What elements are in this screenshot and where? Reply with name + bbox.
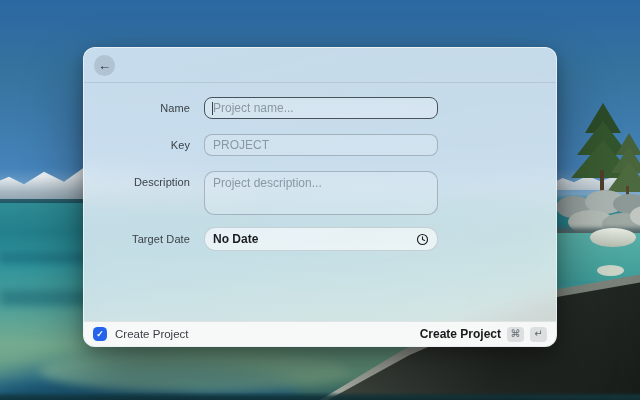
target-date-label: Target Date <box>84 233 190 245</box>
target-date-button[interactable]: No Date <box>204 227 438 251</box>
key-label: Key <box>84 139 190 151</box>
dialog-header: ← <box>84 48 556 83</box>
key-input[interactable] <box>204 134 438 156</box>
command-key-icon: ⌘ <box>507 327 524 342</box>
water-band <box>0 290 95 306</box>
name-input-wrap <box>204 97 438 119</box>
footer-actions: Create Project ⌘ ↵ <box>420 327 547 342</box>
target-date-value: No Date <box>213 232 258 246</box>
create-project-dialog: ← Name Key Description Target Date <box>83 47 557 347</box>
arrow-left-icon: ← <box>98 58 111 71</box>
dialog-footer: ✓ Create Project Create Project ⌘ ↵ <box>84 321 556 346</box>
text-caret <box>212 102 213 115</box>
bottom-shadow <box>0 392 640 400</box>
white-rock <box>590 228 636 247</box>
dialog-body: Name Key Description Target Date No Date <box>84 83 556 251</box>
return-key-icon: ↵ <box>530 327 547 342</box>
back-button[interactable]: ← <box>94 55 115 76</box>
name-input[interactable] <box>204 97 438 119</box>
form-row-key: Key <box>84 134 556 156</box>
description-label: Description <box>84 171 190 188</box>
create-project-button[interactable]: Create Project <box>420 327 501 341</box>
clock-icon <box>416 233 429 246</box>
checkbox-label: Create Project <box>115 328 189 340</box>
desktop: ← Name Key Description Target Date <box>0 0 640 400</box>
create-more-checkbox[interactable]: ✓ <box>93 327 107 341</box>
form-row-target-date: Target Date No Date <box>84 227 556 251</box>
name-label: Name <box>84 102 190 114</box>
description-input[interactable] <box>204 171 438 215</box>
shallow-water <box>40 350 350 392</box>
checkmark-icon: ✓ <box>96 330 104 339</box>
form-row-name: Name <box>84 97 556 119</box>
water-band <box>0 252 95 264</box>
form-row-description: Description <box>84 171 556 215</box>
white-rock <box>597 265 624 276</box>
